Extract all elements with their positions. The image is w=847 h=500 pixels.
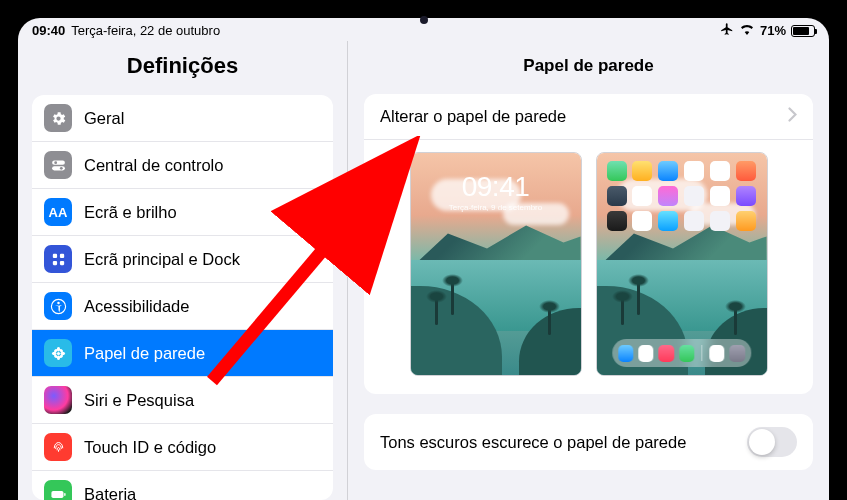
svg-point-12 xyxy=(56,355,59,360)
sidebar-item-touchid[interactable]: Touch ID e código xyxy=(32,424,333,471)
sidebar-item-accessibility[interactable]: Acessibilidade xyxy=(32,283,333,330)
sidebar-item-label: Bateria xyxy=(84,485,136,501)
sidebar-item-label: Ecrã e brilho xyxy=(84,203,177,222)
sidebar-item-label: Siri e Pesquisa xyxy=(84,391,194,410)
dark-mode-label: Tons escuros escurece o papel de parede xyxy=(380,433,686,452)
svg-rect-5 xyxy=(59,253,63,257)
svg-point-9 xyxy=(57,301,60,304)
choose-wallpaper-label: Alterar o papel de parede xyxy=(380,107,566,126)
gear-icon xyxy=(44,104,72,132)
battery-percent: 71% xyxy=(760,23,786,38)
wallpaper-card: Alterar o papel de parede xyxy=(364,94,813,394)
sidebar-item-home-dock[interactable]: Ecrã principal e Dock xyxy=(32,236,333,283)
sidebar-item-siri[interactable]: Siri e Pesquisa xyxy=(32,377,333,424)
sidebar-title: Definições xyxy=(18,41,347,95)
dark-mode-card: Tons escuros escurece o papel de parede xyxy=(364,414,813,470)
main-panel: Papel de parede Alterar o papel de pared… xyxy=(348,41,829,500)
sidebar-item-label: Geral xyxy=(84,109,124,128)
lockscreen-date: Terça-feira, 9 de setembro xyxy=(411,203,581,212)
svg-rect-20 xyxy=(64,493,65,496)
svg-rect-7 xyxy=(59,260,63,264)
wifi-icon xyxy=(739,23,755,38)
svg-rect-0 xyxy=(52,160,65,164)
wallpaper-preview-area: 09:41 Terça-feira, 9 de setembro xyxy=(364,140,813,394)
accessibility-icon xyxy=(44,292,72,320)
dark-mode-toggle[interactable] xyxy=(747,427,797,457)
airplane-icon xyxy=(720,22,734,39)
screen: 09:40 Terça-feira, 22 de outubro 71% Def… xyxy=(18,18,829,500)
battery-icon xyxy=(791,25,815,37)
home-dock xyxy=(612,339,751,367)
sidebar-item-label: Ecrã principal e Dock xyxy=(84,250,240,269)
svg-rect-19 xyxy=(51,490,63,497)
svg-point-14 xyxy=(60,351,65,354)
camera-notch xyxy=(420,16,428,24)
chevron-right-icon xyxy=(788,107,797,126)
sidebar-item-label: Touch ID e código xyxy=(84,438,216,457)
display-icon: AA xyxy=(44,198,72,226)
svg-rect-1 xyxy=(52,166,65,170)
siri-icon xyxy=(44,386,72,414)
status-date: Terça-feira, 22 de outubro xyxy=(71,23,220,38)
grid-icon xyxy=(44,245,72,273)
device-frame: 09:40 Terça-feira, 22 de outubro 71% Def… xyxy=(0,0,847,500)
sidebar-item-label: Papel de parede xyxy=(84,344,205,363)
choose-wallpaper-row[interactable]: Alterar o papel de parede xyxy=(364,94,813,140)
svg-point-2 xyxy=(54,161,57,164)
sidebar-item-general[interactable]: Geral xyxy=(32,95,333,142)
fingerprint-icon xyxy=(44,433,72,461)
battery-icon xyxy=(44,480,72,500)
main-title: Papel de parede xyxy=(348,41,829,94)
sidebar: Definições Geral Central de controlo xyxy=(18,41,348,500)
sidebar-list: Geral Central de controlo AA Ecrã e bril… xyxy=(32,95,333,500)
sidebar-item-label: Central de controlo xyxy=(84,156,223,175)
svg-point-11 xyxy=(56,346,59,351)
dark-mode-footer: Quando a opção Tons escuros está ativa, … xyxy=(364,490,813,500)
sidebar-item-battery[interactable]: Bateria xyxy=(32,471,333,500)
status-time: 09:40 xyxy=(32,23,65,38)
svg-rect-4 xyxy=(52,253,56,257)
sidebar-item-wallpaper[interactable]: Papel de parede xyxy=(32,330,333,377)
svg-rect-6 xyxy=(52,260,56,264)
dark-mode-toggle-row[interactable]: Tons escuros escurece o papel de parede xyxy=(364,414,813,470)
toggles-icon xyxy=(44,151,72,179)
flower-icon xyxy=(44,339,72,367)
home-app-grid xyxy=(607,161,757,231)
svg-point-3 xyxy=(59,166,62,169)
sidebar-item-display[interactable]: AA Ecrã e brilho xyxy=(32,189,333,236)
homescreen-preview[interactable] xyxy=(596,152,768,376)
lockscreen-preview[interactable]: 09:41 Terça-feira, 9 de setembro xyxy=(410,152,582,376)
svg-point-10 xyxy=(56,351,59,354)
sidebar-item-label: Acessibilidade xyxy=(84,297,189,316)
sidebar-item-control-center[interactable]: Central de controlo xyxy=(32,142,333,189)
svg-point-13 xyxy=(51,351,56,354)
lockscreen-time: 09:41 xyxy=(411,171,581,203)
